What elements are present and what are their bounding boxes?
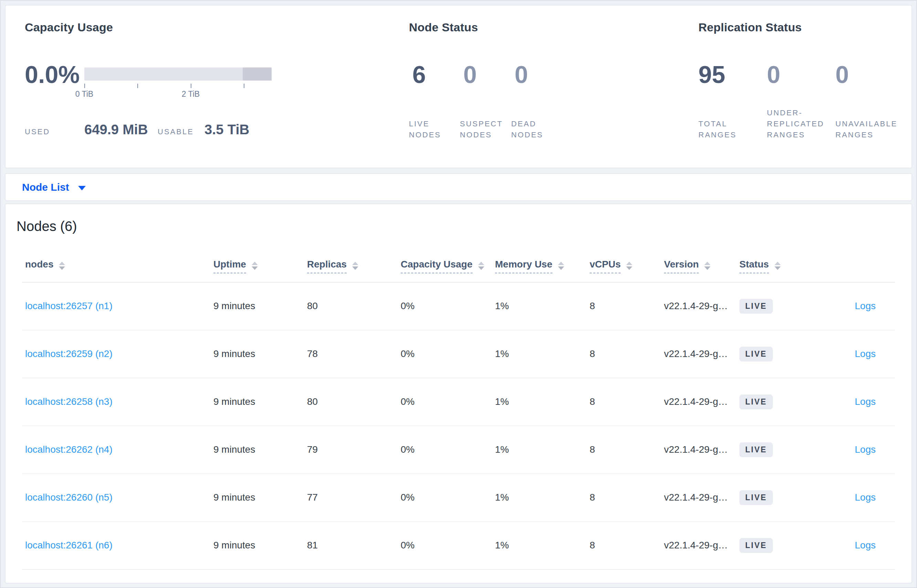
replicas-cell: 77 bbox=[307, 492, 401, 503]
capacity-cell: 0% bbox=[401, 348, 495, 359]
vcpus-cell: 8 bbox=[590, 348, 664, 359]
memory-cell: 1% bbox=[495, 348, 590, 359]
status-badge: LIVE bbox=[739, 347, 773, 362]
uptime-cell: 9 minutes bbox=[213, 444, 307, 455]
vcpus-cell: 8 bbox=[590, 540, 664, 551]
node-link[interactable]: localhost:26260 (n5) bbox=[25, 492, 113, 502]
node-status-panel: Node Status 6 LIVE NODES 0 SUSPECT NODES… bbox=[409, 5, 670, 168]
column-header-vcpus[interactable]: vCPUs bbox=[590, 258, 664, 273]
node-status-title: Node Status bbox=[409, 21, 478, 34]
nodes-table: nodes Uptime Replicas Capacity Usage Mem… bbox=[22, 250, 895, 570]
version-cell: v22.1.4-29-g… bbox=[664, 492, 739, 503]
suspect-nodes-value: 0 bbox=[460, 63, 511, 87]
cluster-overview-page: { "colors": { "accent_blue": "#0c5cf2", … bbox=[0, 0, 917, 588]
node-link[interactable]: localhost:26259 (n2) bbox=[25, 348, 113, 359]
vcpus-cell: 8 bbox=[590, 396, 664, 407]
uptime-cell: 9 minutes bbox=[213, 492, 307, 503]
sort-icon bbox=[478, 262, 484, 270]
total-ranges-stat: 95 TOTAL RANGES bbox=[698, 63, 767, 141]
table-row-n2: localhost:26259 (n2) 9 minutes 78 0% 1% … bbox=[22, 331, 895, 378]
capacity-used-percent: 0.0% bbox=[25, 63, 80, 87]
sort-icon bbox=[558, 262, 564, 270]
table-row-n4: localhost:26262 (n4) 9 minutes 79 0% 1% … bbox=[22, 426, 895, 474]
usable-label: USABLE bbox=[158, 128, 205, 136]
sort-icon bbox=[704, 262, 710, 270]
replicas-cell: 80 bbox=[307, 396, 401, 407]
suspect-nodes-label: SUSPECT NODES bbox=[460, 118, 511, 141]
node-link[interactable]: localhost:26262 (n4) bbox=[25, 444, 113, 455]
under-replicated-ranges-stat: 0 UNDER-REPLICATED RANGES bbox=[767, 63, 835, 141]
unavailable-ranges-value: 0 bbox=[835, 63, 908, 87]
suspect-nodes-stat: 0 SUSPECT NODES bbox=[460, 63, 511, 141]
capacity-usage-panel: Capacity Usage 0.0% 0 TiB 2 TiB USED 649… bbox=[25, 5, 397, 168]
nodes-table-card: Nodes (6) nodes Uptime Replicas Capacity… bbox=[5, 204, 912, 583]
uptime-cell: 9 minutes bbox=[213, 396, 307, 407]
capacity-cell: 0% bbox=[401, 444, 495, 455]
live-nodes-label: LIVE NODES bbox=[409, 118, 460, 141]
view-selector-bar: Node List bbox=[5, 173, 912, 201]
replication-status-panel: Replication Status 95 TOTAL RANGES 0 UND… bbox=[698, 5, 912, 168]
capacity-cell: 0% bbox=[401, 300, 495, 312]
logs-link[interactable]: Logs bbox=[855, 540, 876, 551]
capacity-usage-title: Capacity Usage bbox=[25, 21, 113, 34]
status-badge: LIVE bbox=[739, 538, 773, 553]
uptime-cell: 9 minutes bbox=[213, 300, 307, 312]
capacity-cell: 0% bbox=[401, 540, 495, 551]
capacity-used-usable-row: USED 649.9 MiB USABLE 3.5 TiB bbox=[25, 122, 249, 137]
column-header-status[interactable]: Status bbox=[739, 258, 825, 273]
node-list-dropdown-label: Node List bbox=[22, 181, 69, 193]
total-ranges-value: 95 bbox=[698, 63, 767, 87]
replicas-cell: 79 bbox=[307, 444, 401, 455]
logs-link[interactable]: Logs bbox=[855, 444, 876, 455]
unavailable-ranges-stat: 0 UNAVAILABLE RANGES bbox=[835, 63, 908, 141]
memory-cell: 1% bbox=[495, 444, 590, 455]
capacity-bar: 0 TiB 2 TiB bbox=[84, 68, 271, 99]
dead-nodes-value: 0 bbox=[511, 63, 570, 87]
memory-cell: 1% bbox=[495, 540, 590, 551]
live-nodes-value: 6 bbox=[409, 63, 460, 87]
capacity-cell: 0% bbox=[401, 492, 495, 503]
column-header-uptime[interactable]: Uptime bbox=[213, 258, 307, 273]
column-header-replicas[interactable]: Replicas bbox=[307, 258, 401, 273]
logs-link[interactable]: Logs bbox=[855, 492, 876, 502]
sort-icon bbox=[626, 262, 632, 270]
live-nodes-stat: 6 LIVE NODES bbox=[409, 63, 460, 141]
node-link[interactable]: localhost:26257 (n1) bbox=[25, 300, 113, 311]
logs-link[interactable]: Logs bbox=[855, 300, 876, 311]
replicas-cell: 80 bbox=[307, 300, 401, 312]
version-cell: v22.1.4-29-g… bbox=[664, 348, 739, 359]
replicas-cell: 78 bbox=[307, 348, 401, 359]
table-row-n3: localhost:26258 (n3) 9 minutes 80 0% 1% … bbox=[22, 378, 895, 426]
status-badge: LIVE bbox=[739, 394, 773, 409]
logs-link[interactable]: Logs bbox=[855, 348, 876, 359]
column-header-nodes[interactable]: nodes bbox=[22, 258, 213, 273]
node-link[interactable]: localhost:26261 (n6) bbox=[25, 540, 113, 551]
dead-nodes-label: DEAD NODES bbox=[511, 118, 563, 141]
status-badge: LIVE bbox=[739, 299, 773, 313]
version-cell: v22.1.4-29-g… bbox=[664, 300, 739, 312]
sort-icon bbox=[252, 262, 258, 270]
node-link[interactable]: localhost:26258 (n3) bbox=[25, 396, 113, 407]
table-row-n6: localhost:26261 (n6) 9 minutes 81 0% 1% … bbox=[22, 522, 895, 570]
sort-icon bbox=[59, 262, 65, 270]
usable-value: 3.5 TiB bbox=[205, 122, 249, 137]
logs-link[interactable]: Logs bbox=[855, 396, 876, 407]
status-badge: LIVE bbox=[739, 443, 773, 457]
used-value: 649.9 MiB bbox=[84, 122, 158, 137]
total-ranges-label: TOTAL RANGES bbox=[698, 118, 765, 141]
vcpus-cell: 8 bbox=[590, 444, 664, 455]
vcpus-cell: 8 bbox=[590, 300, 664, 312]
sort-icon bbox=[352, 262, 358, 270]
column-header-version[interactable]: Version bbox=[664, 258, 739, 273]
node-list-dropdown[interactable]: Node List bbox=[22, 181, 86, 193]
capacity-bar-reserved-segment bbox=[243, 68, 271, 81]
vcpus-cell: 8 bbox=[590, 492, 664, 503]
column-header-capacity-usage[interactable]: Capacity Usage bbox=[401, 258, 495, 273]
memory-cell: 1% bbox=[495, 300, 590, 312]
table-row-n1: localhost:26257 (n1) 9 minutes 80 0% 1% … bbox=[22, 283, 895, 331]
tick-label-0tib: 0 TiB bbox=[75, 89, 93, 99]
column-header-memory-use[interactable]: Memory Use bbox=[495, 258, 590, 273]
replicas-cell: 81 bbox=[307, 540, 401, 551]
nodes-table-header: nodes Uptime Replicas Capacity Usage Mem… bbox=[22, 250, 895, 283]
capacity-bar-ticks bbox=[84, 84, 271, 88]
